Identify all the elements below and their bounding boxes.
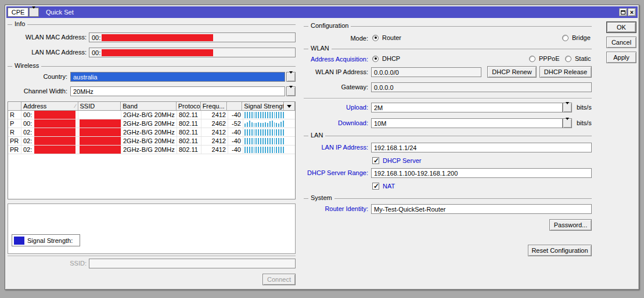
redaction — [80, 146, 121, 154]
row-flags: P — [8, 119, 21, 128]
upload-combo[interactable]: 2M — [371, 103, 563, 112]
radio-icon[interactable] — [372, 35, 379, 41]
row-protocol: 802.11 — [177, 128, 202, 136]
lan-ip-input[interactable]: 192.168.1.1/24 — [371, 143, 592, 152]
row-signal-bars — [243, 146, 285, 154]
ssid-label: SSID: — [5, 260, 87, 267]
signal-bar — [280, 122, 282, 127]
signal-bar — [283, 121, 284, 127]
scan-table-body: R00:2GHz-B/G 20MHz802.112412-40P00:2GHz-… — [8, 111, 295, 154]
dhcp-server-checkbox[interactable]: DHCP Server — [372, 157, 421, 164]
mode-router-radio[interactable]: Router — [372, 34, 401, 41]
col-header-signal[interactable]: Signal Strength — [242, 102, 284, 111]
signal-bar — [278, 112, 279, 118]
radio-icon[interactable] — [565, 56, 571, 62]
configuration-group-label: Configuration — [308, 22, 351, 29]
apply-button[interactable]: Apply — [606, 52, 636, 63]
row-address: 02: — [21, 137, 78, 145]
signal-bar — [267, 129, 268, 136]
quickset-window: CPE Quick Set × Info WLAN MAC Address: 0… — [5, 5, 639, 290]
col-header-protocol[interactable]: Protocol — [177, 102, 201, 111]
signal-bar — [265, 129, 266, 136]
signal-bar — [254, 147, 255, 153]
acquisition-static-radio[interactable]: Static — [565, 55, 591, 62]
download-dropdown-button[interactable] — [563, 118, 572, 128]
connect-button[interactable]: Connect — [262, 274, 296, 285]
signal-bar — [262, 112, 264, 118]
redaction — [80, 137, 121, 145]
table-row[interactable]: PR02:2GHz-B/G 20MHz802.112412-40 — [8, 137, 295, 146]
col-header-band[interactable]: Band — [121, 102, 177, 111]
signal-bar — [283, 138, 284, 144]
table-row[interactable]: P00:2GHz-B/G 20MHz802.112462-52 — [8, 119, 295, 128]
wlan-mac-field: 00: — [89, 32, 296, 42]
col-header-signal-num[interactable] — [227, 102, 242, 111]
row-band: 2GHz-B/G 20MHz — [121, 111, 177, 119]
checkbox-icon[interactable] — [372, 183, 379, 190]
password-button[interactable]: Password... — [549, 219, 592, 231]
app-mode-combo[interactable]: CPE — [8, 8, 39, 17]
ok-button[interactable]: OK — [606, 21, 636, 33]
row-frequency: 2412 — [202, 128, 228, 136]
cancel-button[interactable]: Cancel — [606, 37, 636, 48]
signal-bar — [249, 121, 250, 127]
maximize-button[interactable] — [619, 8, 627, 16]
dhcp-release-button[interactable]: DHCP Release — [539, 66, 592, 78]
app-mode-dropdown-button[interactable] — [29, 8, 39, 17]
row-signal-dbm: -52 — [228, 119, 243, 128]
reset-configuration-button[interactable]: Reset Configuration — [528, 245, 592, 256]
app-mode-value[interactable]: CPE — [8, 8, 28, 17]
acquisition-pppoe-label: PPPoE — [539, 55, 559, 62]
lan-group: LAN — [304, 136, 592, 136]
signal-bar — [256, 138, 257, 144]
row-band: 2GHz-B/G 20MHz — [121, 119, 177, 128]
row-flags: PR — [8, 137, 21, 145]
lan-mac-label: LAN MAC Address: — [5, 49, 87, 56]
signal-legend: Signal Strength: — [12, 234, 80, 246]
dhcp-renew-button[interactable]: DHCP Renew — [487, 66, 537, 78]
col-header-address[interactable]: Address ∕ — [21, 102, 78, 111]
signal-bar — [260, 112, 261, 118]
radio-icon[interactable] — [529, 56, 535, 62]
download-combo[interactable]: 10M — [371, 118, 563, 128]
dropdown-arrow-icon — [566, 104, 570, 111]
table-row[interactable]: R00:2GHz-B/G 20MHz802.112412-40 — [8, 111, 295, 119]
acquisition-pppoe-radio[interactable]: PPPoE — [529, 55, 559, 62]
channel-width-combo[interactable]: 20MHz — [70, 86, 285, 96]
address-acquisition-label: Address Acquisition: — [287, 56, 368, 63]
dhcp-range-input[interactable]: 192.168.1.100-192.168.1.200 — [371, 168, 592, 178]
table-row[interactable]: PR02:2GHz-B/G 20MHz802.112412-40 — [8, 146, 295, 154]
upload-dropdown-button[interactable] — [563, 103, 572, 112]
row-frequency: 2462 — [202, 119, 228, 128]
titlebar: CPE Quick Set × — [6, 6, 638, 18]
mode-label: Mode: — [287, 35, 368, 42]
mode-bridge-radio[interactable]: Bridge — [562, 34, 591, 41]
col-header-frequency[interactable]: Frequ... — [201, 102, 228, 111]
radio-icon[interactable] — [372, 56, 379, 62]
signal-bar — [251, 122, 253, 127]
col-header-flags[interactable] — [8, 102, 21, 111]
nat-label: NAT — [383, 183, 395, 190]
country-combo[interactable]: australia — [70, 72, 285, 82]
router-identity-input[interactable]: My-Test-QuickSet-Router — [371, 204, 592, 214]
signal-bar — [272, 138, 273, 144]
col-header-ssid[interactable]: SSID — [78, 102, 121, 111]
redaction — [34, 119, 75, 128]
nat-checkbox[interactable]: NAT — [372, 183, 395, 190]
wlan-ip-value: 0.0.0.0/0 — [374, 69, 399, 76]
signal-bar — [265, 147, 266, 153]
redaction — [80, 119, 121, 128]
signal-bar — [276, 147, 277, 153]
radio-icon[interactable] — [562, 35, 569, 41]
signal-bar — [249, 147, 250, 153]
acquisition-dhcp-radio[interactable]: DHCP — [372, 55, 400, 62]
table-row[interactable]: R02:2GHz-B/G 20MHz802.112412-40 — [8, 128, 295, 137]
checkbox-icon[interactable] — [372, 157, 379, 164]
upload-value: 2M — [374, 104, 383, 111]
close-button[interactable]: × — [628, 8, 636, 16]
ssid-input[interactable] — [89, 259, 296, 268]
router-identity-value: My-Test-QuickSet-Router — [374, 206, 445, 213]
close-icon: × — [630, 10, 634, 14]
signal-chart-panel: Signal Strength: — [8, 203, 296, 254]
lan-ip-value: 192.168.1.1/24 — [374, 144, 416, 151]
